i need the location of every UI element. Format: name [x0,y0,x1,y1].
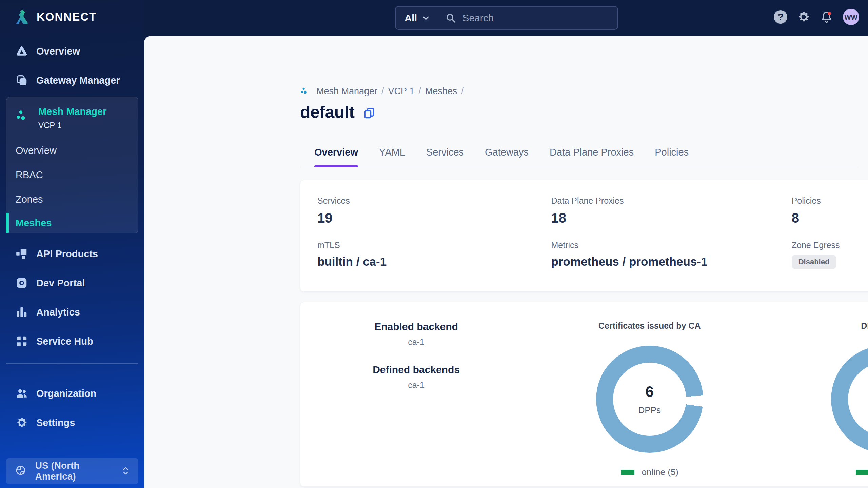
sidebar-item-label: Settings [36,417,75,428]
sidebar-item-label: API Products [36,248,98,260]
sidebar-subitem-overview[interactable]: Overview [6,141,138,160]
sidebar-item-label: Organization [36,388,96,399]
search-scope-label: All [405,13,417,24]
chart-legend: online (5) [856,467,868,477]
sidebar-subitem-meshes[interactable]: Meshes [6,213,138,233]
topbar-actions: ? WW [774,9,859,25]
brand-text: KONNECT [37,11,97,23]
sidebar-item-mesh-manager[interactable]: Mesh Manager VCP 1 [15,106,106,130]
chart-dpp-per-ca: DPP per CA 6 ca-1 online (5) [767,302,868,486]
chevron-down-icon [422,14,430,22]
overview-icon [15,45,28,58]
region-label: US (North America) [35,460,113,482]
donut-center-value: 6 [646,383,654,400]
sidebar-item-label: Analytics [36,307,80,318]
mesh-manager-instance: VCP 1 [38,121,106,130]
sidebar: KONNECT Overview Gateway Manager Mesh Ma… [0,0,144,488]
breadcrumb-meshes[interactable]: Meshes [425,86,457,97]
search-scope-dropdown[interactable]: All [405,13,430,24]
copy-icon[interactable] [363,107,375,119]
stat-zone-egress: Zone Egress Disabled [792,240,868,276]
sidebar-item-service-hub[interactable]: Service Hub [0,332,144,350]
main-content: Mesh Manager / VCP 1 / Meshes / default … [144,36,868,488]
analytics-icon [15,306,28,319]
tab-policies[interactable]: Policies [655,138,689,167]
gear-icon[interactable] [797,10,810,24]
mesh-manager-label: Mesh Manager [38,106,106,117]
stat-policies-value: 8 [792,210,868,226]
global-search-bar: All [395,6,618,30]
tab-data-plane-proxies[interactable]: Data Plane Proxies [550,138,634,167]
sidebar-item-label: Dev Portal [36,278,85,289]
bell-icon[interactable] [820,10,833,24]
stat-mtls-value: builtin / ca-1 [317,255,551,268]
region-selector[interactable]: US (North America) [6,458,138,484]
api-products-icon [15,247,28,260]
globe-icon [15,465,26,477]
sidebar-item-label: Service Hub [36,336,93,347]
breadcrumb: Mesh Manager / VCP 1 / Meshes / [300,86,464,97]
donut-center-label: DPPs [638,405,661,415]
sidebar-item-gateway-manager[interactable]: Gateway Manager [0,71,144,89]
sidebar-subitem-rbac[interactable]: RBAC [6,165,138,185]
stat-data-plane-proxies: Data Plane Proxies 18 [551,196,792,231]
mesh-dots-icon [300,86,310,97]
mesh-manager-group: Mesh Manager VCP 1 Overview RBAC Zones M… [6,97,138,233]
sidebar-item-label: Gateway Manager [36,75,120,86]
stat-mtls: mTLS builtin / ca-1 [317,240,551,276]
donut-chart: 6 ca-1 [831,346,868,453]
donut-chart: 6 DPPs [596,346,703,453]
stat-policies: Policies 8 [792,196,868,231]
tab-gateways[interactable]: Gateways [485,138,529,167]
dev-portal-icon [15,277,28,289]
help-icon[interactable]: ? [774,10,787,24]
stat-metrics: Metrics prometheus / prometheus-1 [551,240,792,276]
mesh-overview-card: Services 19 Data Plane Proxies 18 Polici… [300,180,868,292]
active-indicator-bar [6,213,9,233]
sidebar-divider [6,363,138,364]
tab-yaml[interactable]: YAML [379,138,405,167]
gear-icon [15,416,28,429]
user-avatar[interactable]: WW [843,9,859,25]
chart-certificates-issued-by-ca: Certificates issued by CA 6 DPPs online … [532,302,767,486]
sidebar-item-analytics[interactable]: Analytics [0,303,144,321]
tab-overview[interactable]: Overview [314,138,358,167]
defined-backends: Defined backends ca-1 [300,364,532,390]
legend-swatch-online [856,470,868,475]
stat-dpp-value: 18 [551,210,792,226]
stat-services-value: 19 [317,210,551,226]
kong-gorilla-icon [12,8,30,26]
page-title: default [300,102,354,122]
search-input[interactable] [462,13,609,24]
status-badge: Disabled [792,255,836,269]
konnect-logo[interactable]: KONNECT [12,8,97,26]
service-hub-icon [15,335,28,348]
sidebar-item-overview[interactable]: Overview [0,42,144,60]
stat-metrics-value: prometheus / prometheus-1 [551,255,792,268]
sidebar-item-organization[interactable]: Organization [0,384,144,403]
sidebar-item-label: Overview [36,46,80,57]
tab-services[interactable]: Services [426,138,464,167]
breadcrumb-mesh-manager[interactable]: Mesh Manager [316,86,377,97]
chevron-up-down-icon [122,465,130,477]
breadcrumb-vcp-1[interactable]: VCP 1 [388,86,415,97]
stat-services: Services 19 [317,196,551,231]
sidebar-item-settings[interactable]: Settings [0,413,144,432]
sidebar-item-api-products[interactable]: API Products [0,245,144,263]
mtls-charts-card: Enabled backend ca-1 Defined backends ca… [300,302,868,487]
sidebar-subitem-zones[interactable]: Zones [6,189,138,209]
chart-legend: online (5) [621,467,678,477]
organization-icon [15,387,28,400]
sidebar-item-dev-portal[interactable]: Dev Portal [0,274,144,292]
mesh-dots-icon [15,109,30,124]
search-icon [445,12,456,24]
gateway-manager-icon [15,74,28,87]
legend-swatch-online [621,470,634,475]
tab-bar: Overview YAML Services Gateways Data Pla… [300,138,859,167]
backends-column: Enabled backend ca-1 Defined backends ca… [300,302,532,486]
enabled-backend: Enabled backend ca-1 [300,321,532,347]
